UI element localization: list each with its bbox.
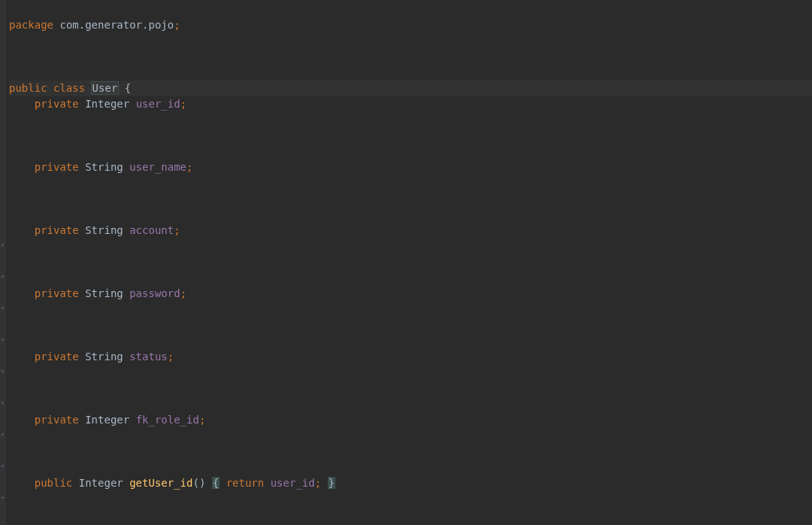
package-line: package com.generator.pojo; <box>9 17 812 33</box>
fold-icon[interactable]: + <box>1 464 5 469</box>
fold-icon[interactable]: + <box>1 496 5 500</box>
field-line: private Integer user_id; <box>9 96 812 112</box>
field-line: private String status; <box>9 349 812 365</box>
caret-selection: User <box>91 81 120 95</box>
field-line: private String user_name; <box>9 159 812 175</box>
code-area[interactable]: package com.generator.pojo; public class… <box>6 0 812 525</box>
fold-icon[interactable]: + <box>1 338 5 342</box>
field-line: private Integer fk_role_id; <box>9 412 812 428</box>
field-line: private String password; <box>9 286 812 302</box>
fold-icon[interactable]: + <box>1 432 5 437</box>
fold-icon[interactable]: + <box>1 243 5 247</box>
field-line: private String account; <box>9 223 812 238</box>
class-line: public class User { <box>9 80 812 96</box>
gutter: + + + + + + + + + <box>0 0 6 525</box>
fold-icon[interactable]: + <box>1 306 5 311</box>
code-editor[interactable]: + + + + + + + + + package com.generator.… <box>0 0 812 525</box>
method-line: public Integer getUser_id() { return use… <box>9 475 812 491</box>
fold-icon[interactable]: + <box>1 275 5 279</box>
fold-icon[interactable]: + <box>1 401 5 405</box>
fold-icon[interactable]: + <box>1 369 5 374</box>
